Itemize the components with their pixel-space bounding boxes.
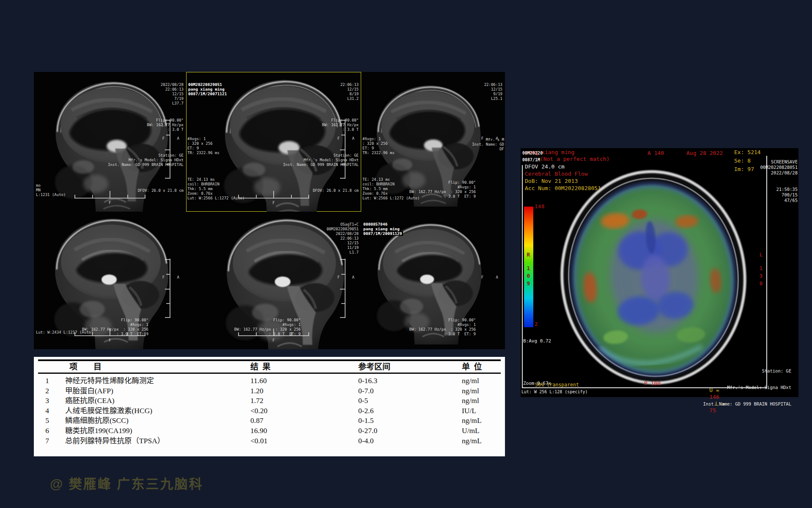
overlap-fragment: 00M20220 (522, 150, 546, 157)
dicom-overlay-datetime: 22:06:1312/159/19L25.1 (484, 73, 502, 110)
row-result: 1.20 (250, 386, 358, 396)
mri-viewport-1[interactable]: 2022/08/2822:06:1312/157/19L37.7 F A Fli… (34, 72, 186, 212)
measurement-ruler-horizontal (238, 190, 309, 199)
row-result: 11.60 (250, 376, 358, 386)
table-row: 7 总前列腺特异性抗原（TPSA） <0.01 0-4.0 ng/mL (38, 436, 501, 446)
overlap-fragment: 0087/1M (522, 157, 544, 163)
row-num: 5 (38, 416, 60, 426)
row-result: 0.87 (250, 416, 358, 426)
corner-info-block: SCREENSAVE00M202208280512022/08/28 21:50… (748, 148, 798, 214)
header-item: 项 目 (60, 361, 250, 373)
table-row: 1 神经元特异性烯醇化酶测定 11.60 0-16.3 ng/ml (38, 376, 501, 386)
table-row: 3 癌胚抗原(CEA) 1.72 0-5 ng/ml (38, 396, 501, 406)
dicom-overlay-params: Flip: 90.00°#Avgs: 1BW: 162.77 Hz/px : 3… (227, 309, 301, 346)
dicom-overlay-window: moMNL:1231 (Auto) (36, 174, 66, 207)
series-title: Cerebral Blood Flow (525, 171, 588, 177)
patient-id-redaction: 0000857846pang xiang ming0087/1M/2009112… (362, 213, 403, 245)
measurement-ruler-horizontal (238, 328, 309, 337)
measurement-ruler-vertical (164, 259, 171, 318)
frame-line-right (766, 156, 767, 388)
orientation-marker-f: F (109, 201, 111, 205)
row-num: 2 (38, 386, 60, 396)
orientation-marker-f: F (272, 338, 274, 342)
header-index-spacer (38, 361, 60, 373)
table-row: 6 糖类抗原199(CA199) 16.90 0-27.0 U/mL (38, 426, 501, 436)
table-row: 2 甲胎蛋白(AFP) 1.20 0-7.0 ng/ml (38, 386, 501, 396)
dicom-overlay-params: Flip: 90.00°BW: 162.77 Hz/px: 3.0 T Stat… (283, 109, 359, 202)
row-unit: ng/mL (462, 436, 501, 446)
measurement-ruler-horizontal (74, 328, 145, 337)
row-unit: IU/L (462, 406, 501, 416)
mri-viewport-3[interactable]: 22:06:1312/159/19L25.1 #Avgs: 1: 320 x 2… (361, 72, 505, 212)
orientation-marker-f: F (109, 338, 111, 342)
posterior-marker: P 100 (644, 380, 661, 387)
zoom-label: Zoom 0.67x (523, 380, 551, 387)
dicom-overlay-sequence: #Avgs: 1: 320 x 256ET: 9TR: 2322.96 ms T… (187, 127, 244, 210)
row-unit: ng/ml (462, 396, 501, 406)
lut-label: Lut: W 256 L:128 (specify) (521, 389, 588, 395)
left-marker: L (757, 251, 764, 259)
institution-label: Inst. Name: GD 999 BRAIN HOSPITAL (703, 401, 791, 407)
row-num: 6 (38, 426, 60, 436)
acc-num-label: Acc Num: 00M20220828051 (525, 185, 601, 192)
frame-line-bottom (522, 387, 767, 388)
row-range: 0-2.6 (358, 406, 462, 416)
mri-series-panel: 2022/08/2822:06:1312/157/19L37.7 F A Fli… (34, 72, 505, 349)
orientation-marker: F A (337, 275, 359, 279)
left-marker-value: 130 (757, 265, 764, 288)
anterior-marker: A 140 (647, 150, 664, 157)
patient-id-redaction: 00M20220829051pang xiang ming0087/1M/200… (187, 73, 228, 105)
mri-viewport-2-selected[interactable]: 00M20220829051pang xiang ming0087/1M/200… (186, 72, 361, 212)
row-range: 0-7.0 (358, 386, 462, 396)
row-item: 鳞癌细胞抗原(SCC) (60, 416, 250, 426)
orientation-marker-f: F (272, 201, 274, 205)
header-range: 参考区间 (358, 361, 462, 373)
frame-line-left (522, 165, 523, 388)
row-num: 4 (38, 406, 60, 416)
colorbar-max: 148 (535, 203, 544, 210)
row-unit: U/mL (462, 426, 501, 436)
mri-viewport-5[interactable]: OSagT1+C00M202208290512022/08/2822:06:13… (186, 212, 361, 349)
right-marker: R (525, 251, 532, 259)
avg-label: B:Avg 0.72 (523, 338, 551, 345)
lab-report-table: 项 目 结 果 参考区间 单 位 1 神经元特异性烯醇化酶测定 11.60 0-… (34, 357, 505, 456)
match-note: (Not a perfect match) (540, 156, 609, 163)
row-result: <0.20 (250, 406, 358, 416)
row-result: <0.01 (250, 436, 358, 446)
orientation-marker: F A (162, 275, 184, 279)
dicom-overlay-params: Flip: 90.00°BW: 162.77 Hz/px: 3.0 T Stat… (108, 109, 184, 202)
measurement-ruler-vertical (339, 259, 346, 318)
row-range: 0-4.0 (358, 436, 462, 446)
row-unit: ng/ml (462, 376, 501, 386)
table-row: 4 人绒毛膜促性腺激素(HCG) <0.20 0-2.6 IU/L (38, 406, 501, 416)
dfov-label: DFOV 24.0 cm (525, 163, 565, 170)
station-label: Station: GE (703, 368, 791, 374)
mri-viewport-6[interactable]: 0000857846pang xiang ming0087/1M/2009112… (361, 212, 505, 349)
dicom-overlay-cropped: Mfr.'s MInst. Name: GDDF (472, 128, 504, 161)
study-date: Aug 28 2022 (686, 150, 723, 157)
row-item: 癌胚抗原(CEA) (60, 396, 250, 406)
row-item: 甲胎蛋白(AFP) (60, 386, 250, 396)
mri-viewport-4[interactable]: F A Flip: 90.00°#Avgs: 1BW: 162.77 Hz/px… (34, 212, 186, 349)
row-range: 0-5 (358, 396, 462, 406)
row-item: 糖类抗原199(CA199) (60, 426, 250, 436)
dicom-overlay-series: OSagT1+C00M202208290512022/08/2822:06:13… (326, 213, 359, 264)
header-result: 结 果 (250, 361, 358, 373)
right-marker-value: 109 (525, 265, 532, 288)
row-num: 7 (38, 436, 60, 446)
author-watermark: @ 樊雁峰 广东三九脑科 (50, 473, 203, 492)
row-result: 16.90 (250, 426, 358, 436)
orientation-marker: F A (481, 136, 503, 141)
row-num: 1 (38, 376, 60, 386)
table-header-row: 项 目 结 果 参考区间 单 位 (38, 361, 501, 374)
row-result: 1.72 (250, 396, 358, 406)
row-item: 人绒毛膜促性腺激素(HCG) (60, 406, 250, 416)
cbf-perfusion-panel[interactable]: pang xiang ming (Not a perfect match) 00… (521, 148, 798, 397)
dicom-overlay-params: Flip: 90.00°#Avgs: 1BW: 162.77 Hz/px : 3… (402, 309, 476, 346)
header-unit: 单 位 (462, 361, 501, 373)
orientation-marker: F A (481, 275, 503, 279)
dicom-overlay-params: Flip: 90.00°#Avgs: 1BW: 162.77 Hz/px : 3… (402, 171, 476, 208)
dicom-overlay-datetime: 22:06:1312/158/19L31.2 (340, 73, 359, 110)
table-row: 5 鳞癌细胞抗原(SCC) 0.87 0-1.5 ng/mL (38, 416, 501, 426)
row-num: 3 (38, 396, 60, 406)
